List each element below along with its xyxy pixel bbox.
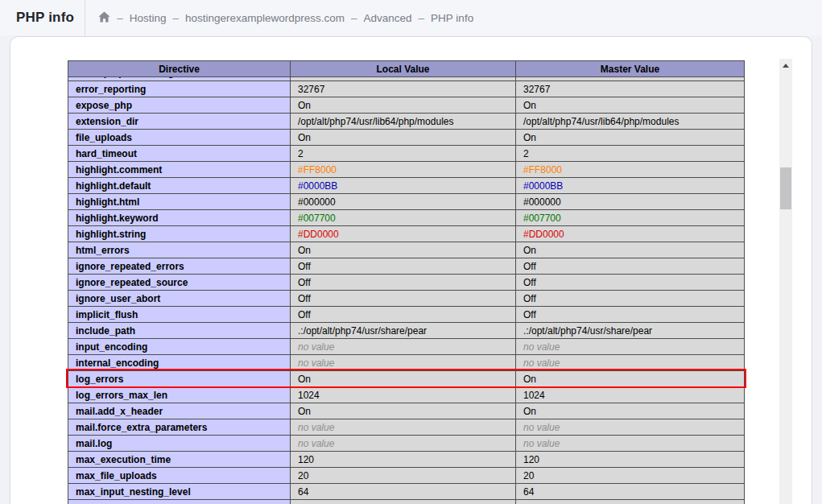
table-cell-directive: error_prepend_string [68,77,291,81]
table-cell-master: no value [516,355,745,371]
table-cell-master: Off [516,307,745,323]
table-cell-local: #DD0000 [291,226,516,242]
table-cell-master: #007700 [516,210,745,226]
column-header-directive: Directive [68,61,291,77]
table-cell-master: On [516,97,745,114]
table-cell-directive: error_reporting [68,81,291,97]
table-cell-directive: ignore_user_abort [68,291,291,307]
top-header: PHP info – Hosting – hostingerexamplewor… [0,0,822,35]
table-row: highlight.comment #FF8000 #FF8000 [68,162,745,178]
table-cell-directive: mail.log [68,436,291,452]
table-cell-local: #007700 [291,210,516,226]
table-row: internal_encoding no value no value [68,355,745,371]
table-cell-directive: file_uploads [68,130,291,146]
table-cell-local: no value [291,339,516,355]
table-row: highlight.html #000000 #000000 [68,194,745,210]
breadcrumb: – Hosting – hostingerexamplewordpress.co… [98,12,473,24]
table-row: input_encoding no value no value [68,339,745,355]
table-row: include_path .:/opt/alt/php74/usr/share/… [68,323,745,339]
table-cell-directive: highlight.keyword [68,210,291,226]
table-cell-local: Off [291,307,516,323]
table-cell-directive: html_errors [68,242,291,258]
table-cell-directive: highlight.comment [68,162,291,178]
table-row: highlight.string #DD0000 #DD0000 [68,226,745,242]
breadcrumb-current-page: PHP info [431,12,473,24]
table-cell-directive: ignore_repeated_errors [68,258,291,275]
table-cell-local [291,500,516,504]
table-row: mail.force_extra_parameters no value no … [68,419,745,436]
table-cell-master: 120 [516,452,745,468]
table-cell-local: no value [291,77,516,81]
table-row: file_uploads On On [68,130,745,146]
table-row: highlight.keyword #007700 #007700 [68,210,745,226]
table-row: max_input_nesting_level 64 64 [68,484,745,500]
breadcrumb-separator: – [172,12,179,24]
table-cell-master: /opt/alt/php74/usr/lib64/php/modules [516,114,745,130]
table-cell-directive: include_path [68,323,291,339]
table-cell-directive: highlight.default [68,178,291,194]
column-header-local-value: Local Value [291,61,516,77]
table-row: extension_dir /opt/alt/php74/usr/lib64/p… [68,114,745,130]
table-cell-master: .:/opt/alt/php74/usr/share/pear [516,323,745,339]
table-cell-local: 2 [291,146,516,162]
scroll-up-arrow-icon [783,64,789,68]
table-cell-master: #DD0000 [516,226,745,242]
table-cell-master: On [516,371,745,387]
phpinfo-table-body: error_reporting 32767 32767 expose_php O… [68,81,745,500]
table-row: highlight.default #0000BB #0000BB [68,178,745,194]
table-cell-master: #0000BB [516,178,745,194]
table-row: error_reporting 32767 32767 [68,81,745,97]
breadcrumb-hosting[interactable]: Hosting [130,12,167,24]
phpinfo-table: Directive Local Value Master Value error… [68,60,745,504]
header-divider [85,0,85,35]
table-cell-local: Off [291,275,516,291]
table-cell-master: 2 [516,146,745,162]
table-cell-local: no value [291,355,516,371]
table-cell-directive: expose_php [68,97,291,114]
home-icon[interactable] [98,11,110,23]
table-header-row: Directive Local Value Master Value [68,61,745,77]
breadcrumb-advanced[interactable]: Advanced [364,12,412,24]
table-cell-local: /opt/alt/php74/usr/lib64/php/modules [291,114,516,130]
table-cell-directive: implicit_flush [68,307,291,323]
table-cell-master: 64 [516,484,745,500]
table-cell-master: no value [516,436,745,452]
column-header-master-value: Master Value [516,61,745,77]
table-row: implicit_flush Off Off [68,307,745,323]
table-cell-local: On [291,242,516,258]
table-cell-local: 20 [291,468,516,484]
scrollbar-up-button[interactable] [779,59,792,72]
table-cell-local: 120 [291,452,516,468]
scrollbar-thumb[interactable] [780,167,791,209]
table-cell-directive: max_input_nesting_level [68,484,291,500]
table-row: hard_timeout 2 2 [68,146,745,162]
hpanel-php-info-screen: PHP info – Hosting – hostingerexamplewor… [0,0,822,504]
table-cell-local: #000000 [291,194,516,210]
table-row: ignore_repeated_source Off Off [68,275,745,291]
page-title: PHP info [16,10,74,26]
partial-row-at-bottom [68,500,745,504]
table-cell-directive: hard_timeout [68,146,291,162]
table-cell-master: Off [516,258,745,275]
table-cell-local: no value [291,436,516,452]
table-cell-master: Off [516,291,745,307]
table-cell-directive: extension_dir [68,114,291,130]
table-cell-directive: internal_encoding [68,355,291,371]
table-cell-directive: max_execution_time [68,452,291,468]
scrollbar[interactable] [779,59,792,504]
table-cell-master: no value [516,77,745,81]
table-cell-master: no value [516,419,745,436]
table-cell-directive: log_errors_max_len [68,387,291,403]
table-cell-local: #0000BB [291,178,516,194]
table-cell-directive: max_file_uploads [68,468,291,484]
table-cell-local: On [291,130,516,146]
table-cell-directive: ignore_repeated_source [68,275,291,291]
table-cell-local: Off [291,291,516,307]
table-cell-local: Off [291,258,516,275]
table-row: html_errors On On [68,242,745,258]
breadcrumb-separator: – [419,12,425,24]
breadcrumb-domain[interactable]: hostingerexamplewordpress.com [185,12,345,24]
table-row: mail.log no value no value [68,436,745,452]
table-cell-master: On [516,242,745,258]
table-cell-master: #000000 [516,194,745,210]
